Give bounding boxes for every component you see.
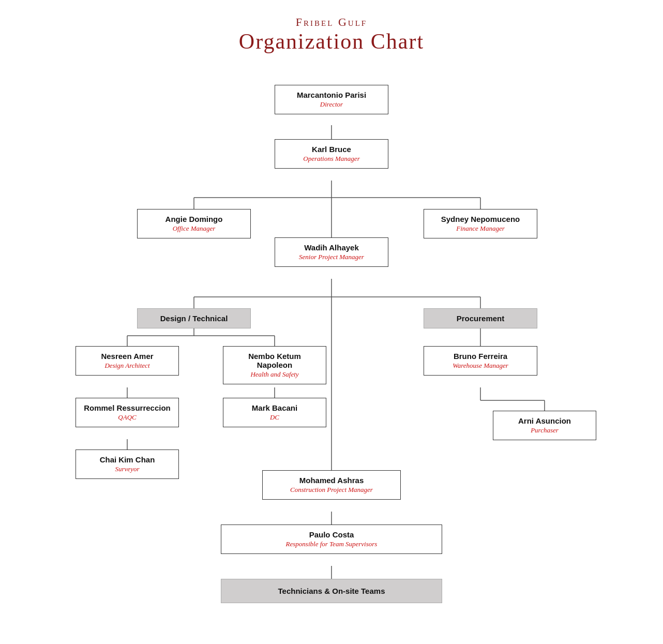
senior-pm-node: Wadih Alhayek Senior Project Manager (275, 237, 388, 267)
procurement-label: Procurement (457, 314, 505, 323)
org-chart: Marcantonio Parisi Director Karl Bruce O… (47, 69, 616, 638)
bruno-title: Warehouse Manager (431, 362, 530, 370)
mohamed-node: Mohamed Ashras Construction Project Mana… (262, 470, 401, 500)
page-header: Fribel Gulf Organization Chart (239, 16, 424, 54)
nembo-node: Nembo Ketum Napoleon Health and Safety (223, 346, 326, 384)
chart-title: Organization Chart (239, 29, 424, 54)
rommel-name: Rommel Ressurreccion (83, 403, 171, 412)
chai-node: Chai Kim Chan Surveyor (76, 450, 179, 479)
technicians-node: Technicians & On-site Teams (221, 579, 442, 603)
procurement-node: Procurement (424, 308, 537, 328)
senior-pm-name: Wadih Alhayek (282, 243, 381, 252)
senior-pm-title: Senior Project Manager (282, 253, 381, 261)
arni-node: Arni Asuncion Purchaser (493, 411, 596, 440)
office-manager-node: Angie Domingo Office Manager (137, 209, 251, 238)
office-manager-name: Angie Domingo (145, 215, 243, 223)
nembo-name: Nembo Ketum Napoleon (231, 352, 319, 369)
paulo-name: Paulo Costa (229, 530, 434, 539)
technicians-label: Technicians & On-site Teams (278, 587, 385, 595)
finance-manager-node: Sydney Nepomuceno Finance Manager (424, 209, 537, 238)
office-manager-title: Office Manager (145, 224, 243, 233)
director-node: Marcantonio Parisi Director (275, 85, 388, 114)
design-technical-node: Design / Technical (137, 308, 251, 328)
finance-manager-title: Finance Manager (431, 224, 530, 233)
mohamed-title: Construction Project Manager (270, 486, 393, 494)
arni-name: Arni Asuncion (501, 416, 589, 425)
director-name: Marcantonio Parisi (282, 91, 381, 99)
rommel-title: QAQC (83, 413, 171, 422)
paulo-title: Responsible for Team Supervisors (229, 540, 434, 548)
nembo-title: Health and Safety (231, 370, 319, 379)
bruno-name: Bruno Ferreira (431, 352, 530, 361)
mark-node: Mark Bacani DC (223, 398, 326, 427)
mark-title: DC (231, 413, 319, 422)
ops-manager-name: Karl Bruce (282, 145, 381, 154)
finance-manager-name: Sydney Nepomuceno (431, 215, 530, 223)
nesreen-node: Nesreen Amer Design Architect (76, 346, 179, 376)
bruno-node: Bruno Ferreira Warehouse Manager (424, 346, 537, 376)
rommel-node: Rommel Ressurreccion QAQC (76, 398, 179, 427)
director-title: Director (282, 100, 381, 109)
chai-title: Surveyor (83, 465, 171, 473)
nesreen-title: Design Architect (83, 362, 171, 370)
mohamed-name: Mohamed Ashras (270, 476, 393, 485)
paulo-node: Paulo Costa Responsible for Team Supervi… (221, 525, 442, 554)
design-technical-label: Design / Technical (160, 314, 228, 323)
ops-manager-title: Operations Manager (282, 155, 381, 163)
mark-name: Mark Bacani (231, 403, 319, 412)
company-name: Fribel Gulf (239, 16, 424, 29)
nesreen-name: Nesreen Amer (83, 352, 171, 361)
chai-name: Chai Kim Chan (83, 455, 171, 464)
operations-manager-node: Karl Bruce Operations Manager (275, 139, 388, 169)
arni-title: Purchaser (501, 426, 589, 435)
